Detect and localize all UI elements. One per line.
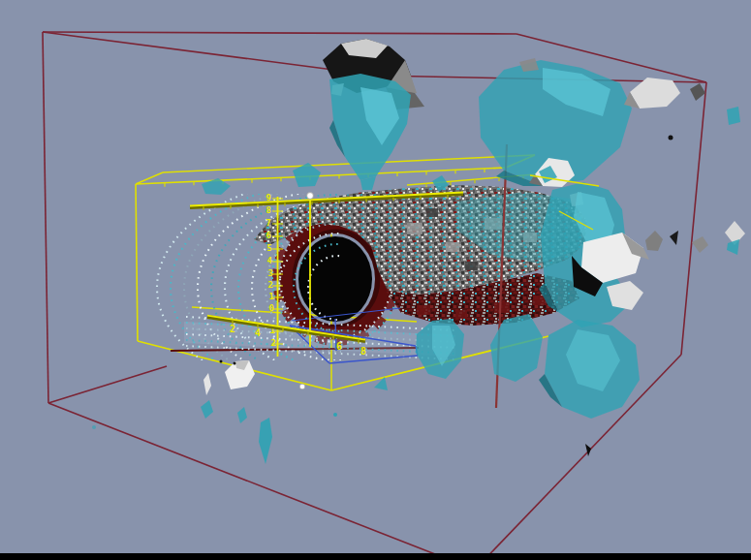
scene-svg: 9 8 7 6 5 4 3 2 1 0 1 2 2 4 6 8 <box>0 0 751 560</box>
ruler-tick-label: 1 <box>269 292 274 301</box>
origin-marker-sphere <box>307 193 314 200</box>
ruler-tick-label: 0 <box>269 303 274 313</box>
edge-marker-sphere <box>299 384 305 389</box>
viewport-3d[interactable]: 9 8 7 6 5 4 3 2 1 0 1 2 2 4 6 8 <box>0 0 751 560</box>
ruler-tick-label: 7 <box>266 218 271 228</box>
ruler-tick-label: 4 <box>255 327 261 338</box>
ruler-tick-label: 2 <box>268 280 273 290</box>
ruler-tick-label: 9 <box>266 193 271 202</box>
ruler-tick-label: 2 <box>271 338 276 348</box>
ruler-tick-label: 8 <box>360 346 366 357</box>
ruler-tick-label: 4 <box>267 256 273 265</box>
bottom-strip <box>0 553 751 560</box>
ruler-tick-label: 6 <box>266 231 271 240</box>
ruler-tick-label: 2 <box>230 324 235 334</box>
ruler-tick-label: 6 <box>336 341 342 352</box>
ruler-tick-label: 3 <box>268 268 273 278</box>
ruler-tick-label: 5 <box>267 243 272 253</box>
ruler-tick-label: 8 <box>266 205 271 215</box>
